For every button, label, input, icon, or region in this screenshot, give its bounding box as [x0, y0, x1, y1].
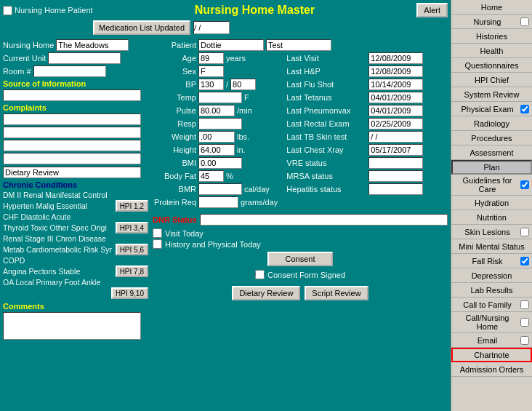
complaints-input4[interactable]	[3, 153, 141, 164]
sidebar-item-hydration[interactable]: Hydration	[451, 196, 532, 210]
sidebar-item-label: Email	[454, 336, 520, 345]
sidebar-item-procedures[interactable]: Procedures	[451, 131, 532, 145]
sidebar-item-home[interactable]: Home	[451, 0, 532, 15]
bmi-input[interactable]	[198, 157, 242, 169]
sidebar-item-call-to-family[interactable]: Call to Family	[451, 298, 532, 312]
sidebar-item-histories[interactable]: Histories	[451, 29, 532, 44]
last-pneumo-input[interactable]	[368, 105, 423, 116]
age-input[interactable]	[198, 52, 224, 64]
sidebar-item-depression[interactable]: Depression	[451, 268, 532, 283]
last-flu-input[interactable]	[368, 79, 423, 90]
sidebar-item-questionnaires[interactable]: Questionnaires	[451, 58, 532, 73]
condition-label: Metab Cardiometabolic Risk Syr	[3, 245, 116, 254]
sidebar-item-mini-mental-status[interactable]: Mini Mental Status	[451, 239, 532, 254]
sidebar-item-plan[interactable]: Plan	[451, 160, 532, 175]
sidebar-item-checkbox[interactable]	[520, 105, 529, 113]
sidebar-item-admission-orders[interactable]: Admission Orders	[451, 362, 532, 377]
sidebar-item-label: Guidelines for Care	[454, 176, 520, 193]
bmr-input[interactable]	[198, 183, 242, 195]
sidebar-item-physical-exam[interactable]: Physical Exam	[451, 102, 532, 116]
hp-today-label: History and Physical Today	[165, 240, 261, 249]
sidebar-item-checkbox[interactable]	[520, 17, 529, 26]
pulse-input[interactable]	[198, 105, 235, 116]
sidebar-item-hpi-chief[interactable]: HPI Chief	[451, 73, 532, 87]
dietary-review-button[interactable]: Dietary Review	[232, 286, 300, 300]
sidebar-item-skin-lesions[interactable]: Skin Lesions	[451, 225, 532, 239]
last-pneumo-label: Last Pneumonvax	[286, 106, 366, 115]
hpi-button[interactable]: HPI 7,8	[116, 266, 148, 277]
dietary-review-input[interactable]	[3, 167, 141, 178]
condition-row: COPD	[3, 256, 148, 265]
last-hp-input[interactable]	[368, 65, 423, 77]
sidebar-item-fall-risk[interactable]: Fall Risk	[451, 254, 532, 268]
sidebar-item-nursing[interactable]: Nursing	[451, 15, 532, 29]
script-review-button[interactable]: Script Review	[305, 286, 368, 300]
hpi-button[interactable]: HPI 3,4	[116, 222, 148, 234]
nursing-home-checkbox[interactable]	[3, 6, 12, 15]
sidebar-item-nutrition[interactable]: Nutrition	[451, 210, 532, 225]
height-input[interactable]	[198, 144, 235, 156]
hp-today-checkbox[interactable]	[153, 239, 162, 249]
sidebar-item-health[interactable]: Health	[451, 44, 532, 58]
last-rectal-input[interactable]	[368, 118, 423, 129]
med-updated-date[interactable]	[193, 21, 230, 34]
sidebar-item-checkbox[interactable]	[520, 257, 529, 266]
nursing-home-patient-check[interactable]: Nursing Home Patient	[3, 6, 93, 15]
sex-input[interactable]	[198, 65, 224, 77]
protein-req-input[interactable]	[198, 196, 238, 208]
sidebar-item-assessment[interactable]: Assessment	[451, 145, 532, 160]
temp-input[interactable]	[198, 92, 242, 103]
sidebar-item-radiology[interactable]: Radiology	[451, 116, 532, 131]
consent-signed-checkbox[interactable]	[255, 270, 265, 279]
bp-input2[interactable]	[230, 79, 256, 90]
condition-row: Metab Cardiometabolic Risk SyrHPI 5,6	[3, 244, 148, 255]
body-fat-input[interactable]	[198, 170, 224, 182]
sidebar-item-system-review[interactable]: System Review	[451, 87, 532, 102]
hpi-button[interactable]: HPI 9,10	[111, 287, 148, 299]
sidebar-item-email[interactable]: Email	[451, 333, 532, 348]
vre-input[interactable]	[368, 157, 423, 169]
sidebar-item-lab-results[interactable]: Lab Results	[451, 283, 532, 298]
dnr-input[interactable]	[200, 214, 448, 226]
hep-input[interactable]	[368, 183, 423, 195]
sidebar-item-call/nursing-home[interactable]: Call/Nursing Home	[451, 312, 532, 333]
weight-input[interactable]	[198, 131, 235, 143]
condition-row: Renal Stage III Chron Disease	[3, 234, 148, 243]
condition-row: Thyroid Toxic Other Spec OrigiHPI 3,4	[3, 222, 148, 234]
visit-today-checkbox[interactable]	[153, 228, 162, 238]
bp-input1[interactable]	[198, 79, 224, 90]
last-visit-input[interactable]	[368, 52, 423, 64]
hpi-button[interactable]: HPI 5,6	[116, 244, 148, 255]
source-input[interactable]	[3, 89, 141, 101]
patient-first-name[interactable]	[198, 39, 264, 51]
last-chest-input[interactable]	[368, 144, 423, 156]
sidebar-item-guidelines-for-care[interactable]: Guidelines for Care	[451, 175, 532, 196]
sidebar-item-checkbox[interactable]	[520, 228, 529, 236]
complaints-input3[interactable]	[3, 140, 141, 151]
alert-button[interactable]: Alert	[416, 3, 448, 17]
resp-input[interactable]	[198, 118, 242, 129]
consent-button[interactable]: Consent	[267, 252, 333, 266]
complaints-input2[interactable]	[3, 127, 141, 138]
weight-unit: lbs.	[237, 132, 249, 141]
sidebar-item-checkbox[interactable]	[520, 180, 529, 189]
sidebar-item-label: Nutrition	[454, 213, 529, 222]
last-tb-input[interactable]	[368, 131, 423, 143]
current-unit-input[interactable]	[48, 52, 121, 64]
height-label: Height	[153, 145, 196, 154]
patient-last-name[interactable]	[266, 39, 331, 51]
complaints-input1[interactable]	[3, 113, 141, 125]
sidebar-item-checkbox[interactable]	[520, 318, 529, 327]
room-label: Room #	[3, 67, 31, 76]
mrsa-input[interactable]	[368, 170, 423, 182]
hpi-button[interactable]: HPI 1,2	[116, 200, 148, 212]
nursing-home-input[interactable]	[56, 39, 129, 51]
med-updated-button[interactable]: Medication List Updated	[93, 20, 190, 35]
room-input[interactable]	[33, 65, 106, 77]
comments-textarea[interactable]	[3, 312, 141, 340]
sidebar-item-chartnote[interactable]: Chartnote	[451, 348, 532, 362]
last-chest-label: Last Chest Xray	[286, 145, 366, 154]
last-tetanus-input[interactable]	[368, 92, 423, 103]
sidebar-item-checkbox[interactable]	[520, 336, 529, 345]
sidebar-item-checkbox[interactable]	[520, 300, 529, 309]
